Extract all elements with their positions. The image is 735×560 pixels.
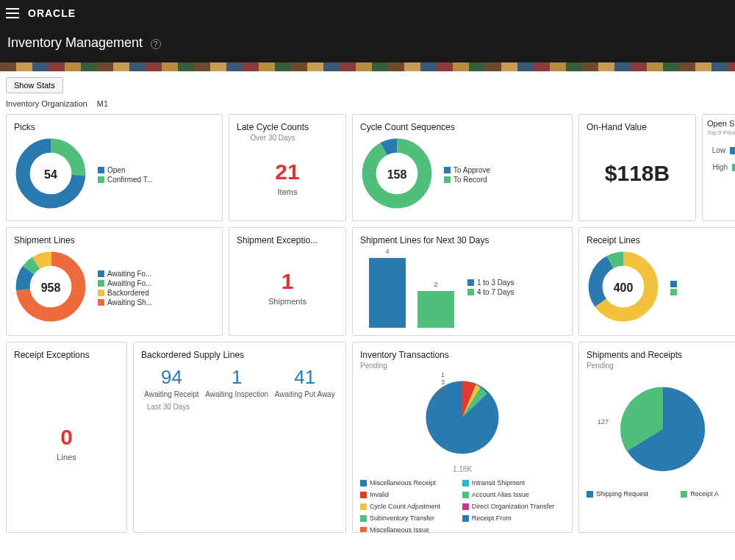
backordered-subtitle: Last 30 Days [147, 403, 338, 411]
card-title: Receipt Exceptions [14, 350, 90, 360]
ship-rec-pie [608, 374, 718, 484]
card-shipment-exceptions[interactable]: Shipment Exceptio... 1 Shipments [229, 227, 346, 336]
card-title: Receipt Lines [587, 235, 735, 245]
ccs-legend: To Approve To Record [444, 165, 490, 185]
card-shipment-lines-30d[interactable]: Shipment Lines for Next 30 Days 4 2 1 to… [352, 227, 573, 336]
ccs-value: 158 [360, 137, 434, 213]
receipt-exceptions-value: 0 [60, 425, 73, 450]
receipt-lines-legend [670, 279, 677, 297]
shipment-exceptions-value: 1 [282, 269, 294, 294]
org-value: M1 [97, 99, 108, 108]
receipt-exceptions-unit: Lines [57, 453, 76, 462]
shipment-30d-bars: 4 2 [369, 254, 454, 328]
show-stats-button[interactable]: Show Stats [6, 77, 63, 93]
shipment-lines-value: 958 [14, 250, 87, 326]
card-title: Shipment Exceptio... [237, 235, 318, 245]
card-subtitle: Pending [360, 362, 564, 370]
oracle-logo: ORACLE [28, 7, 76, 19]
card-receipt-exceptions[interactable]: Receipt Exceptions 0 Lines [6, 342, 127, 533]
card-subtitle: Top 5 Prior [707, 129, 735, 136]
shipment-30d-legend: 1 to 3 Days 4 to 7 Days [467, 277, 514, 298]
card-shipment-lines[interactable]: Shipment Lines 958 Awaiting Fo... Awaiti… [6, 227, 223, 336]
card-title: Shipment Lines for Next 30 Days [360, 235, 564, 245]
card-title: Backordered Supply Lines [141, 350, 338, 360]
inv-txn-legend: Miscellaneous Receipt Intransit Shipment… [360, 478, 564, 533]
shipment-lines-donut: 958 [14, 250, 87, 326]
card-title: Shipment Lines [14, 235, 215, 245]
card-cycle-count-sequences[interactable]: Cycle Count Sequences 158 To Approve To … [352, 114, 573, 221]
on-hand-value: $118B [605, 161, 670, 186]
shipment-lines-legend: Awaiting Fo... Awaiting Fo... Backordere… [98, 268, 152, 308]
open-sh-bars: Low High [707, 146, 735, 171]
card-late-cycle-counts[interactable]: Late Cycle Counts Over 30 Days 21 Items [229, 114, 346, 221]
inv-txn-pie [415, 370, 510, 465]
ccs-donut: 158 [360, 137, 434, 213]
backordered-metrics: 94Awaiting Receipt 1Awaiting Inspection … [141, 366, 338, 398]
card-receipt-lines[interactable]: Receipt Lines 400 [578, 227, 735, 336]
picks-legend: Open Confirmed T... [98, 165, 153, 185]
card-subtitle: Over 30 Days [237, 134, 309, 142]
page-title: Inventory Management [7, 35, 143, 51]
org-label: Inventory Organization [6, 99, 87, 108]
card-picks[interactable]: Picks 54 Open Confirmed T... [6, 114, 223, 221]
card-title: Open Sh [707, 119, 735, 128]
card-on-hand-value[interactable]: On-Hand Value $118B [578, 114, 696, 221]
org-row: Inventory Organization M1 [0, 99, 735, 114]
card-inventory-transactions[interactable]: Inventory Transactions Pending 1 3 65 1.… [352, 342, 573, 533]
receipt-lines-donut: 400 [587, 250, 660, 326]
late-cycle-value: 21 [275, 159, 299, 184]
card-title: Inventory Transactions [360, 350, 564, 360]
card-title: Picks [14, 122, 215, 132]
decorative-strip [0, 62, 735, 71]
card-backordered-supply-lines[interactable]: Backordered Supply Lines 94Awaiting Rece… [133, 342, 346, 533]
card-title: Shipments and Receipts [587, 350, 735, 360]
picks-value: 54 [14, 137, 87, 213]
help-icon[interactable]: ? [151, 39, 161, 49]
late-cycle-unit: Items [278, 187, 298, 196]
shipment-exceptions-unit: Shipments [268, 297, 306, 306]
receipt-lines-value: 400 [587, 250, 660, 326]
card-title: Late Cycle Counts [237, 122, 309, 132]
card-title: Cycle Count Sequences [360, 122, 564, 132]
toolbar: Show Stats [0, 71, 735, 99]
card-subtitle: Pending [587, 362, 735, 370]
global-header: ORACLE [0, 0, 735, 26]
picks-donut: 54 [14, 137, 87, 213]
inv-txn-total: 1.18K [453, 465, 472, 473]
menu-icon[interactable] [6, 8, 19, 18]
card-shipments-and-receipts[interactable]: Shipments and Receipts Pending 127 Shipp… [578, 342, 735, 533]
card-title: On-Hand Value [587, 122, 647, 132]
page-title-bar: Inventory Management ? [0, 26, 735, 62]
card-open-shipments[interactable]: Open Sh Top 5 Prior Low High [702, 114, 735, 221]
ship-rec-legend: Shipping Request Receipt A [587, 489, 735, 499]
